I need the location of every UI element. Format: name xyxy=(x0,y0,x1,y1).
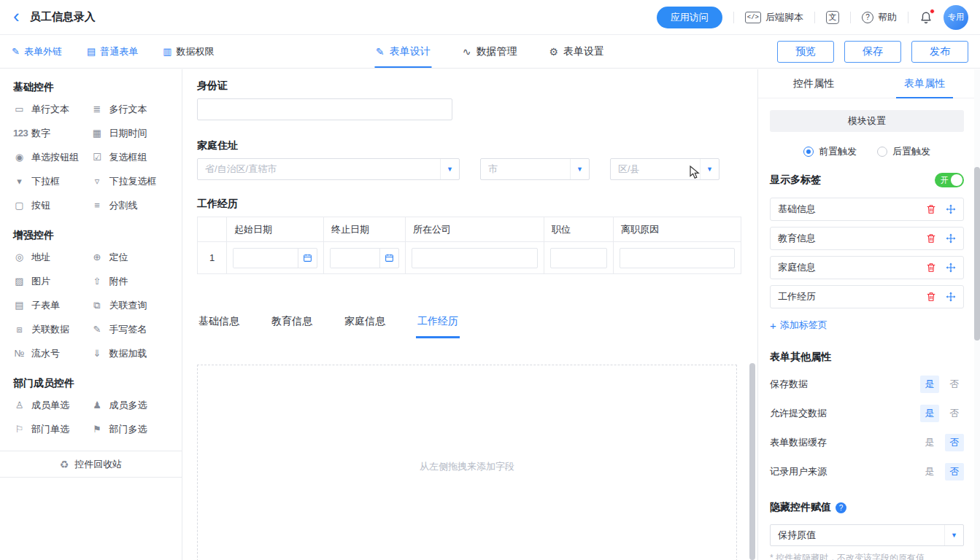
control-relation-data[interactable]: ⧈关联数据 xyxy=(13,317,91,341)
control-address[interactable]: ◎地址 xyxy=(13,245,91,269)
end-date-input[interactable] xyxy=(331,249,379,268)
tab-config-item-education-info[interactable]: 教育信息 xyxy=(770,227,964,250)
end-date-calendar-button[interactable] xyxy=(379,249,398,268)
add-tab-button[interactable]: + 添加标签页 xyxy=(770,319,964,332)
help-tooltip-icon[interactable]: ? xyxy=(836,502,846,513)
control-serial-number[interactable]: №流水号 xyxy=(13,341,91,365)
control-label: 数据加载 xyxy=(109,347,147,360)
canvas-scrollbar-thumb[interactable] xyxy=(749,363,755,560)
control-relation-query[interactable]: ⧉关联查询 xyxy=(91,293,169,317)
hidden-value-select[interactable]: 保持原值 ▼ xyxy=(770,524,964,546)
control-member-single[interactable]: ♙成员单选 xyxy=(13,393,91,417)
control-label: 子表单 xyxy=(31,299,60,312)
move-icon[interactable] xyxy=(946,292,956,302)
multi-tab-toggle[interactable]: 开 xyxy=(935,173,964,187)
trash-icon[interactable] xyxy=(926,292,936,302)
yes-option[interactable]: 是 xyxy=(920,376,939,393)
start-date-input[interactable] xyxy=(234,249,298,268)
signature-icon: ✎ xyxy=(91,324,104,335)
tab-config-item-work-history[interactable]: 工作经历 xyxy=(770,285,964,308)
move-icon[interactable] xyxy=(946,204,956,214)
trash-icon[interactable] xyxy=(926,204,936,214)
control-subform[interactable]: ▤子表单 xyxy=(13,293,91,317)
yes-option[interactable]: 是 xyxy=(920,434,939,451)
data-permission-button[interactable]: ▥ 数据权限 xyxy=(163,45,214,58)
dropzone[interactable]: 从左侧拖拽来添加字段 xyxy=(197,365,737,560)
panel-scrollbar-thumb[interactable] xyxy=(974,167,980,341)
back-button[interactable]: ‹ xyxy=(13,7,20,26)
control-divider[interactable]: ≡分割线 xyxy=(91,193,169,217)
control-number[interactable]: 123数字 xyxy=(13,121,91,145)
field-address[interactable]: 家庭住址 省/自治区/直辖市 ▼ 市 ▼ 区/县 ▼ xyxy=(197,139,737,180)
control-location[interactable]: ⊕定位 xyxy=(91,245,169,269)
location-icon: ⊕ xyxy=(91,252,104,262)
section-title-member-controls: 部门成员控件 xyxy=(13,377,169,390)
control-dropdown[interactable]: ▾下拉框 xyxy=(13,169,91,193)
move-icon[interactable] xyxy=(946,262,956,273)
tab-form-design[interactable]: ✎ 表单设计 xyxy=(376,35,431,68)
trash-icon[interactable] xyxy=(926,233,936,244)
resign-reason-input[interactable] xyxy=(620,248,735,268)
id-card-input[interactable] xyxy=(197,98,452,120)
app-access-button[interactable]: 应用访问 xyxy=(657,7,722,28)
trash-icon[interactable] xyxy=(926,262,936,273)
preview-button[interactable]: 预览 xyxy=(777,41,834,63)
module-settings-button[interactable]: 模块设置 xyxy=(770,110,964,132)
control-attachment[interactable]: ⇧附件 xyxy=(91,269,169,293)
radio-pre-trigger[interactable]: 前置触发 xyxy=(803,145,857,158)
company-input[interactable] xyxy=(412,248,538,268)
position-input[interactable] xyxy=(550,248,607,268)
add-tab-label: 添加标签页 xyxy=(780,319,827,332)
tab-config-item-basic-info[interactable]: 基础信息 xyxy=(770,198,964,221)
control-dept-single[interactable]: ⚐部门单选 xyxy=(13,417,91,441)
save-button[interactable]: 保存 xyxy=(844,41,901,63)
no-option[interactable]: 否 xyxy=(945,405,964,422)
yes-option[interactable]: 是 xyxy=(920,405,939,422)
page-tab-work-history[interactable]: 工作经历 xyxy=(416,315,460,338)
control-recycle-bin[interactable]: ♻ 控件回收站 xyxy=(0,451,182,478)
control-member-multi[interactable]: ♟成员多选 xyxy=(91,393,169,417)
yes-option[interactable]: 是 xyxy=(920,463,939,481)
control-dropdown-multiselect[interactable]: ▿下拉复选框 xyxy=(91,169,169,193)
control-datetime[interactable]: ▦日期时间 xyxy=(91,121,169,145)
notifications-button[interactable] xyxy=(919,11,933,24)
page-tab-basic-info[interactable]: 基础信息 xyxy=(197,315,241,338)
backend-script-button[interactable]: </> 后端脚本 xyxy=(745,11,803,24)
control-image[interactable]: ▨图片 xyxy=(13,269,91,293)
control-multi-line-text[interactable]: ≣多行文本 xyxy=(91,97,169,121)
language-button[interactable]: 文 xyxy=(826,11,839,24)
no-option[interactable]: 否 xyxy=(945,434,964,451)
move-icon[interactable] xyxy=(946,233,956,244)
control-signature[interactable]: ✎手写签名 xyxy=(91,317,169,341)
tab-data-management[interactable]: ∿ 数据管理 xyxy=(463,35,517,68)
city-select[interactable]: 市 ▼ xyxy=(480,158,590,180)
normal-form-button[interactable]: ▤ 普通表单 xyxy=(87,45,138,58)
tab-form-settings[interactable]: ⚙ 表单设置 xyxy=(549,35,604,68)
page-tab-family-info[interactable]: 家庭信息 xyxy=(343,315,387,338)
tab-config-item-family-info[interactable]: 家庭信息 xyxy=(770,256,964,279)
province-select[interactable]: 省/自治区/直辖市 ▼ xyxy=(197,158,460,180)
publish-button[interactable]: 发布 xyxy=(911,41,968,63)
field-id-card[interactable]: 身份证 xyxy=(197,79,737,120)
avatar[interactable]: 专用 xyxy=(944,5,968,30)
control-button[interactable]: ▢按钮 xyxy=(13,193,91,217)
district-placeholder: 区/县 xyxy=(611,163,700,176)
field-work-history[interactable]: 工作经历 起始日期 终止日期 所在公司 职位 离职原因 xyxy=(197,198,737,274)
control-checkbox-group[interactable]: ☑复选框组 xyxy=(91,145,169,169)
control-single-line-text[interactable]: ▭单行文本 xyxy=(13,97,91,121)
control-radio-group[interactable]: ◉单选按钮组 xyxy=(13,145,91,169)
no-option[interactable]: 否 xyxy=(945,376,964,393)
form-external-link-button[interactable]: ✎ 表单外链 xyxy=(12,45,62,58)
district-select[interactable]: 区/县 ▼ xyxy=(610,158,719,180)
tab-control-properties[interactable]: 控件属性 xyxy=(758,69,869,98)
radio-post-trigger[interactable]: 后置触发 xyxy=(877,145,930,158)
control-dept-multi[interactable]: ⚑部门多选 xyxy=(91,417,169,441)
page-tab-education-info[interactable]: 教育信息 xyxy=(270,315,314,338)
control-label: 多行文本 xyxy=(109,103,147,116)
no-option[interactable]: 否 xyxy=(945,463,964,481)
tab-form-properties[interactable]: 表单属性 xyxy=(869,69,980,98)
start-date-calendar-button[interactable] xyxy=(298,249,317,268)
help-button[interactable]: ? 帮助 xyxy=(862,11,897,24)
data-permission-label: 数据权限 xyxy=(177,45,215,58)
control-data-load[interactable]: ⇓数据加载 xyxy=(91,341,169,365)
